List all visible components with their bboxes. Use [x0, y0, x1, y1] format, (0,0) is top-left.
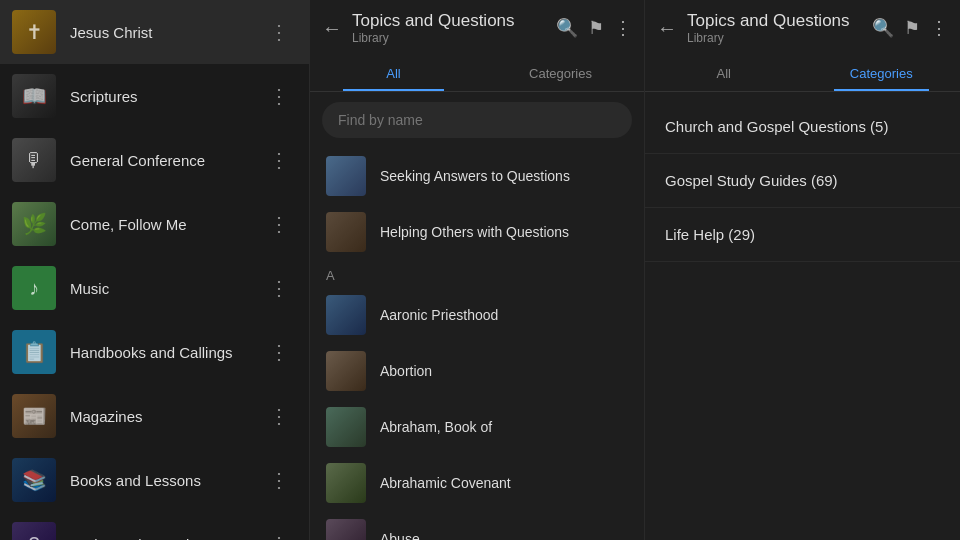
right-panel: ← Topics and Questions Library 🔍 ⚑ ⋮ All…	[645, 0, 960, 540]
middle-search-icon[interactable]: 🔍	[556, 17, 578, 39]
list-item-aaronic[interactable]: Aaronic Priesthood	[310, 287, 644, 343]
thumb-icon-scriptures: 📖	[22, 84, 47, 108]
more-button-topics-questions[interactable]: ⋮	[261, 528, 297, 540]
list-item-abuse[interactable]: Abuse	[310, 511, 644, 540]
thumb-helping	[326, 212, 366, 252]
sidebar-label-scriptures: Scriptures	[70, 88, 261, 105]
more-button-scriptures[interactable]: ⋮	[261, 80, 297, 112]
list-label-helping: Helping Others with Questions	[380, 224, 569, 240]
category-label-gospel-study: Gospel Study Guides (69)	[665, 172, 838, 189]
list-label-seeking: Seeking Answers to Questions	[380, 168, 570, 184]
right-tab-categories[interactable]: Categories	[803, 56, 961, 91]
right-back-button[interactable]: ←	[657, 17, 677, 40]
right-title-block: Topics and Questions Library	[687, 11, 872, 45]
thumb-abraham	[326, 407, 366, 447]
thumb-come-follow-me: 🌿	[12, 202, 56, 246]
middle-title-block: Topics and Questions Library	[352, 11, 556, 45]
thumb-scriptures: 📖	[12, 74, 56, 118]
thumb-magazines: 📰	[12, 394, 56, 438]
more-button-general-conference[interactable]: ⋮	[261, 144, 297, 176]
sidebar-label-books-lessons: Books and Lessons	[70, 472, 261, 489]
thumb-icon-general-conference: 🎙	[24, 149, 44, 172]
category-item-life-help[interactable]: Life Help (29)	[645, 208, 960, 262]
sidebar-label-general-conference: General Conference	[70, 152, 261, 169]
thumb-icon-books-lessons: 📚	[22, 468, 47, 492]
sidebar-item-handbooks-callings[interactable]: 📋 Handbooks and Callings ⋮	[0, 320, 309, 384]
list-label-abrahamic: Abrahamic Covenant	[380, 475, 511, 491]
thumb-abortion	[326, 351, 366, 391]
sidebar-item-topics-questions[interactable]: ? Topics and Questions ⋮	[0, 512, 309, 540]
category-item-church-gospel[interactable]: Church and Gospel Questions (5)	[645, 100, 960, 154]
right-header-icons: 🔍 ⚑ ⋮	[872, 17, 948, 39]
more-button-books-lessons[interactable]: ⋮	[261, 464, 297, 496]
list-label-aaronic: Aaronic Priesthood	[380, 307, 498, 323]
list-label-abortion: Abortion	[380, 363, 432, 379]
middle-bookmark-icon[interactable]: ⚑	[588, 17, 604, 39]
category-label-life-help: Life Help (29)	[665, 226, 755, 243]
list-item-seeking[interactable]: Seeking Answers to Questions	[310, 148, 644, 204]
sidebar-label-music: Music	[70, 280, 261, 297]
thumb-general-conference: 🎙	[12, 138, 56, 182]
middle-list-area: Seeking Answers to Questions Helping Oth…	[310, 148, 644, 540]
sidebar-item-scriptures[interactable]: 📖 Scriptures ⋮	[0, 64, 309, 128]
right-tab-all[interactable]: All	[645, 56, 803, 91]
sidebar-item-come-follow-me[interactable]: 🌿 Come, Follow Me ⋮	[0, 192, 309, 256]
thumb-jesus-christ: ✝	[12, 10, 56, 54]
sidebar-item-general-conference[interactable]: 🎙 General Conference ⋮	[0, 128, 309, 192]
sidebar-label-handbooks-callings: Handbooks and Callings	[70, 344, 261, 361]
sidebar-label-magazines: Magazines	[70, 408, 261, 425]
middle-search-input[interactable]	[338, 112, 616, 128]
list-item-abortion[interactable]: Abortion	[310, 343, 644, 399]
right-more-icon[interactable]: ⋮	[930, 17, 948, 39]
middle-header-icons: 🔍 ⚑ ⋮	[556, 17, 632, 39]
middle-more-icon[interactable]: ⋮	[614, 17, 632, 39]
middle-panel-subtitle: Library	[352, 31, 556, 45]
right-search-icon[interactable]: 🔍	[872, 17, 894, 39]
right-panel-subtitle: Library	[687, 31, 872, 45]
middle-section-header-a: A	[310, 260, 644, 287]
more-button-music[interactable]: ⋮	[261, 272, 297, 304]
right-panel-header: ← Topics and Questions Library 🔍 ⚑ ⋮	[645, 0, 960, 56]
thumb-icon-jesus-christ: ✝	[26, 20, 43, 44]
thumb-seeking	[326, 156, 366, 196]
sidebar-item-books-lessons[interactable]: 📚 Books and Lessons ⋮	[0, 448, 309, 512]
right-tabs: All Categories	[645, 56, 960, 92]
thumb-music: ♪	[12, 266, 56, 310]
right-bookmark-icon[interactable]: ⚑	[904, 17, 920, 39]
category-label-church-gospel: Church and Gospel Questions (5)	[665, 118, 888, 135]
thumb-topics-questions: ?	[12, 522, 56, 540]
thumb-aaronic	[326, 295, 366, 335]
more-button-handbooks-callings[interactable]: ⋮	[261, 336, 297, 368]
middle-tabs: All Categories	[310, 56, 644, 92]
sidebar-label-topics-questions: Topics and Questions	[70, 536, 261, 541]
more-button-jesus-christ[interactable]: ⋮	[261, 16, 297, 48]
more-button-come-follow-me[interactable]: ⋮	[261, 208, 297, 240]
middle-panel-header: ← Topics and Questions Library 🔍 ⚑ ⋮	[310, 0, 644, 56]
thumb-icon-magazines: 📰	[22, 404, 47, 428]
sidebar-item-magazines[interactable]: 📰 Magazines ⋮	[0, 384, 309, 448]
middle-tab-categories[interactable]: Categories	[477, 56, 644, 91]
sidebar-item-music[interactable]: ♪ Music ⋮	[0, 256, 309, 320]
thumb-abuse	[326, 519, 366, 540]
thumb-books-lessons: 📚	[12, 458, 56, 502]
thumb-handbooks-callings: 📋	[12, 330, 56, 374]
list-item-abraham[interactable]: Abraham, Book of	[310, 399, 644, 455]
sidebar-label-jesus-christ: Jesus Christ	[70, 24, 261, 41]
list-item-abrahamic[interactable]: Abrahamic Covenant	[310, 455, 644, 511]
list-label-abraham: Abraham, Book of	[380, 419, 492, 435]
thumb-abrahamic	[326, 463, 366, 503]
middle-tab-all[interactable]: All	[310, 56, 477, 91]
middle-back-button[interactable]: ←	[322, 17, 342, 40]
middle-search-box[interactable]	[322, 102, 632, 138]
list-item-helping[interactable]: Helping Others with Questions	[310, 204, 644, 260]
sidebar-item-jesus-christ[interactable]: ✝ Jesus Christ ⋮	[0, 0, 309, 64]
middle-panel: ← Topics and Questions Library 🔍 ⚑ ⋮ All…	[310, 0, 645, 540]
thumb-icon-handbooks-callings: 📋	[22, 340, 47, 364]
thumb-icon-topics-questions: ?	[28, 533, 39, 541]
more-button-magazines[interactable]: ⋮	[261, 400, 297, 432]
left-sidebar: ✝ Jesus Christ ⋮ 📖 Scriptures ⋮ 🎙 Genera…	[0, 0, 310, 540]
sidebar-label-come-follow-me: Come, Follow Me	[70, 216, 261, 233]
category-item-gospel-study[interactable]: Gospel Study Guides (69)	[645, 154, 960, 208]
right-panel-title: Topics and Questions	[687, 11, 872, 31]
list-label-abuse: Abuse	[380, 531, 420, 540]
